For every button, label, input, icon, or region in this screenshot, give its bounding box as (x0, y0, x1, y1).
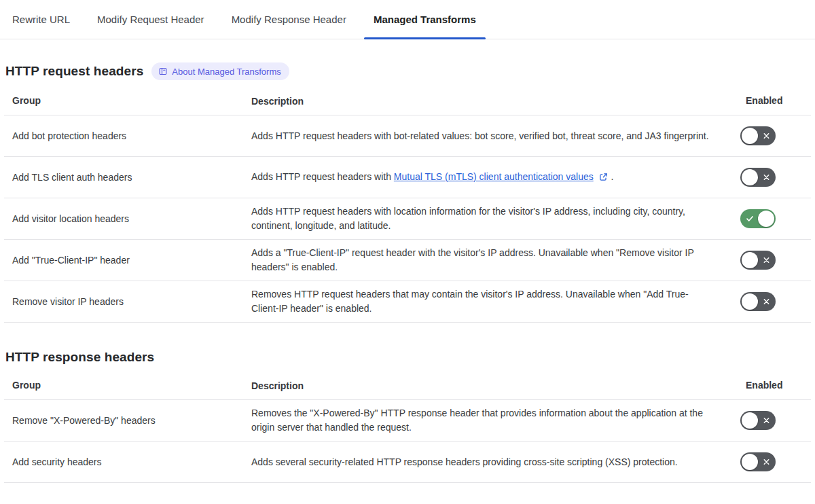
enabled-toggle[interactable] (740, 168, 776, 187)
managed-transforms-page: HTTP request headers About Managed Trans… (0, 62, 815, 483)
tab-modify-request-header[interactable]: Modify Request Header (88, 0, 214, 39)
row-enabled-cell (736, 281, 811, 322)
table-row: Add visitor location headers Adds HTTP r… (4, 198, 811, 240)
table-row: Remove visitor IP headers Removes HTTP r… (4, 281, 811, 323)
x-icon (763, 417, 770, 425)
tab-rewrite-url[interactable]: Rewrite URL (3, 0, 79, 39)
column-header-enabled: Enabled (736, 88, 811, 115)
column-header-description: Description (243, 373, 736, 399)
badge-label: About Managed Transforms (172, 67, 280, 76)
x-icon (763, 458, 770, 466)
column-header-enabled: Enabled (736, 373, 811, 399)
row-description: Adds HTTP request headers with location … (243, 198, 736, 239)
external-link-icon (599, 171, 608, 185)
toggle-knob (742, 412, 758, 429)
table-row: Add TLS client auth headers Adds HTTP re… (4, 157, 811, 198)
row-enabled-cell (736, 442, 811, 482)
row-group: Add "True-Client-IP" header (4, 240, 243, 281)
row-group: Add bot protection headers (4, 115, 243, 156)
toggle-knob (758, 211, 774, 227)
toggle-knob (742, 293, 758, 310)
table-row: Remove "X-Powered-By" headers Removes th… (4, 400, 811, 442)
row-enabled-cell (736, 157, 811, 198)
row-group: Remove "X-Powered-By" headers (4, 400, 243, 441)
response-section-title: HTTP response headers (5, 350, 154, 365)
row-group: Add TLS client auth headers (4, 157, 243, 198)
x-icon (763, 298, 770, 306)
x-icon (763, 174, 770, 181)
request-headers-table: Group Description Enabled Add bot protec… (4, 88, 811, 323)
row-description: Adds HTTP request headers with bot-relat… (243, 115, 736, 156)
tab-label: Managed Transforms (374, 14, 476, 25)
row-description: Adds HTTP request headers with Mutual TL… (243, 157, 736, 198)
row-group: Add visitor location headers (4, 198, 243, 239)
enabled-toggle[interactable] (740, 251, 776, 270)
row-description: Adds several security-related HTTP respo… (243, 442, 736, 482)
toggle-knob (742, 252, 758, 268)
toggle-knob (742, 128, 758, 144)
x-icon (763, 132, 770, 140)
toggle-knob (742, 454, 758, 470)
row-description: Adds a "True-Client-IP" request header w… (243, 240, 736, 281)
toggle-knob (742, 169, 758, 185)
enabled-toggle[interactable] (740, 209, 776, 228)
tab-managed-transforms[interactable]: Managed Transforms (364, 0, 486, 39)
tab-label: Modify Response Header (232, 14, 346, 25)
response-headers-table: Group Description Enabled Remove "X-Powe… (4, 373, 811, 483)
x-icon (763, 257, 770, 264)
request-section-header: HTTP request headers About Managed Trans… (4, 62, 811, 80)
tab-bar: Rewrite URL Modify Request Header Modify… (0, 0, 815, 39)
check-icon (746, 215, 754, 223)
row-group: Add security headers (4, 442, 243, 482)
column-header-group: Group (4, 88, 243, 115)
enabled-toggle[interactable] (740, 452, 776, 471)
row-enabled-cell (736, 115, 811, 156)
http-response-headers-section: HTTP response headers Group Description … (4, 350, 811, 483)
tab-label: Modify Request Header (97, 14, 204, 25)
table-row: Add "True-Client-IP" header Adds a "True… (4, 240, 811, 281)
response-section-header: HTTP response headers (4, 350, 811, 365)
row-group: Remove visitor IP headers (4, 281, 243, 322)
row-enabled-cell (736, 198, 811, 239)
column-header-group: Group (4, 373, 243, 399)
table-row: Add security headers Adds several securi… (4, 442, 811, 483)
about-managed-transforms-badge[interactable]: About Managed Transforms (151, 62, 289, 80)
request-table-header: Group Description Enabled (4, 88, 811, 115)
response-table-header: Group Description Enabled (4, 373, 811, 400)
enabled-toggle[interactable] (740, 292, 776, 311)
table-row: Add bot protection headers Adds HTTP req… (4, 115, 811, 157)
row-enabled-cell (736, 400, 811, 441)
row-description: Removes HTTP request headers that may co… (243, 281, 736, 322)
tab-label: Rewrite URL (12, 14, 70, 25)
mtls-docs-link[interactable]: Mutual TLS (mTLS) client authentication … (394, 171, 594, 182)
enabled-toggle[interactable] (740, 126, 776, 145)
tab-modify-response-header[interactable]: Modify Response Header (222, 0, 356, 39)
http-request-headers-section: HTTP request headers About Managed Trans… (4, 62, 811, 323)
request-section-title: HTTP request headers (5, 64, 143, 79)
column-header-description: Description (243, 88, 736, 115)
enabled-toggle[interactable] (740, 411, 776, 430)
row-enabled-cell (736, 240, 811, 281)
row-description: Removes the "X-Powered-By" HTTP response… (243, 400, 736, 441)
book-icon (158, 67, 168, 76)
